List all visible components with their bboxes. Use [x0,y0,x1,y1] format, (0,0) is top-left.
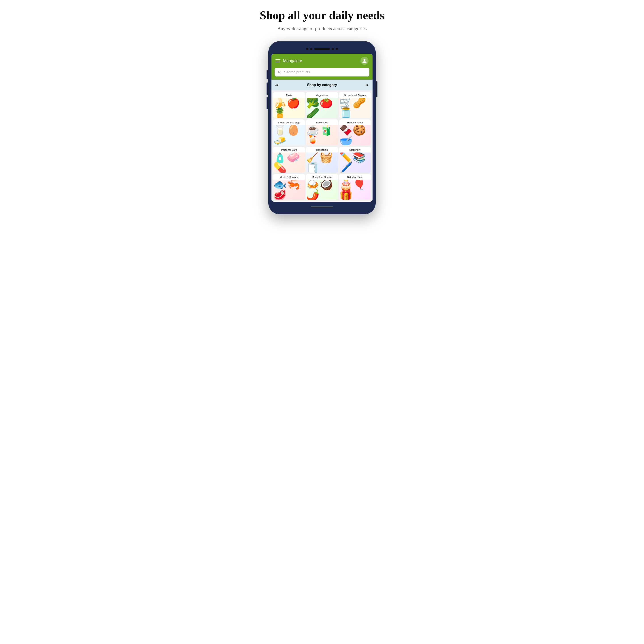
city-label: Mangalore [283,59,302,63]
category-card-household[interactable]: Household🧹🧺🧻 [306,147,338,173]
category-image-branded: 🍫🍪🥣 [339,125,371,145]
header-left: Mangalore [275,59,302,63]
home-indicator [311,206,333,207]
category-image-fruits: 🍌🍎🍍 [273,98,305,118]
category-card-birthday[interactable]: Birthday Store🎂🎈🎁 [339,174,371,200]
side-btn-volume-up [267,70,268,79]
page-subtitle: Buy wide range of products across catego… [260,25,384,32]
category-section-header: ❧ Shop by category ❧ [271,80,373,90]
side-btn-silent [267,97,268,109]
category-card-dairy[interactable]: Bread, Dairy & Eggs🥛🥚🧈 [273,119,305,145]
sensor-dot [332,48,334,50]
arrow-left-decor: ❧ [275,82,279,88]
camera-dot [306,48,308,50]
category-label-mangalore: Mangalore Special [311,174,333,180]
category-label-groceries: Groceries & Staples [343,92,367,98]
user-profile-button[interactable] [360,57,369,65]
category-image-groceries: 🛒🥜🫙 [339,98,371,118]
category-image-household: 🧹🧺🧻 [306,153,338,173]
category-label-household: Household [315,147,329,153]
search-icon [278,70,282,74]
category-card-groceries[interactable]: Groceries & Staples🛒🥜🫙 [339,92,371,118]
side-btn-power [376,81,377,97]
page-header: Shop all your daily needs Buy wide range… [260,9,384,32]
category-section-label: Shop by category [307,83,337,87]
phone-shell: Mangalore Search products [268,41,376,214]
category-card-vegetables[interactable]: Vegetables🥦🍅🥒 [306,92,338,118]
speaker-bar [314,48,330,50]
phone-notch [271,45,373,53]
category-image-stationary: ✏️📚🖊️ [339,153,371,173]
category-label-fruits: Fruits [285,92,293,98]
search-bar-container: Search products [271,68,373,80]
category-label-meats: Meats & Seafood [279,174,299,180]
phone-bottom-bar [271,203,373,210]
search-placeholder-text: Search products [284,70,310,74]
category-card-fruits[interactable]: Fruits🍌🍎🍍 [273,92,305,118]
user-icon [362,58,367,63]
category-card-mangalore[interactable]: Mangalore Special🍛🥥🌶️ [306,174,338,200]
menu-button[interactable] [275,59,280,62]
category-label-beverages: Beverages [315,119,329,125]
category-label-personal: Personal Care [280,147,298,153]
phone-mockup: Mangalore Search products [268,41,376,214]
category-card-stationary[interactable]: Stationery✏️📚🖊️ [339,147,371,173]
category-grid: Fruits🍌🍎🍍Vegetables🥦🍅🥒Groceries & Staple… [271,90,373,202]
sensor-dot-2 [336,48,338,50]
category-card-meats[interactable]: Meats & Seafood🐟🦐🥩 [273,174,305,200]
category-label-dairy: Bread, Dairy & Eggs [277,119,301,125]
category-label-vegetables: Vegetables [315,92,329,98]
app-header: Mangalore [271,54,373,68]
category-image-mangalore: 🍛🥥🌶️ [306,180,338,200]
page-title: Shop all your daily needs [260,9,384,22]
category-image-dairy: 🥛🥚🧈 [273,125,305,145]
category-image-vegetables: 🥦🍅🥒 [306,98,338,118]
arrow-right-decor: ❧ [365,82,369,88]
category-card-beverages[interactable]: Beverages☕🧃🍹 [306,119,338,145]
category-label-birthday: Birthday Store [346,174,364,180]
category-card-personal[interactable]: Personal Care🧴🧼💊 [273,147,305,173]
category-image-beverages: ☕🧃🍹 [306,125,338,145]
category-image-personal: 🧴🧼💊 [273,153,305,173]
category-label-stationary: Stationery [349,147,362,153]
camera-dot-2 [310,48,312,50]
category-image-birthday: 🎂🎈🎁 [339,180,371,200]
category-card-branded[interactable]: Branded Foods🍫🍪🥣 [339,119,371,145]
side-btn-volume-down [267,83,268,95]
category-label-branded: Branded Foods [346,119,364,125]
phone-screen: Mangalore Search products [271,54,373,202]
category-image-meats: 🐟🦐🥩 [273,180,305,200]
search-bar[interactable]: Search products [275,68,369,76]
